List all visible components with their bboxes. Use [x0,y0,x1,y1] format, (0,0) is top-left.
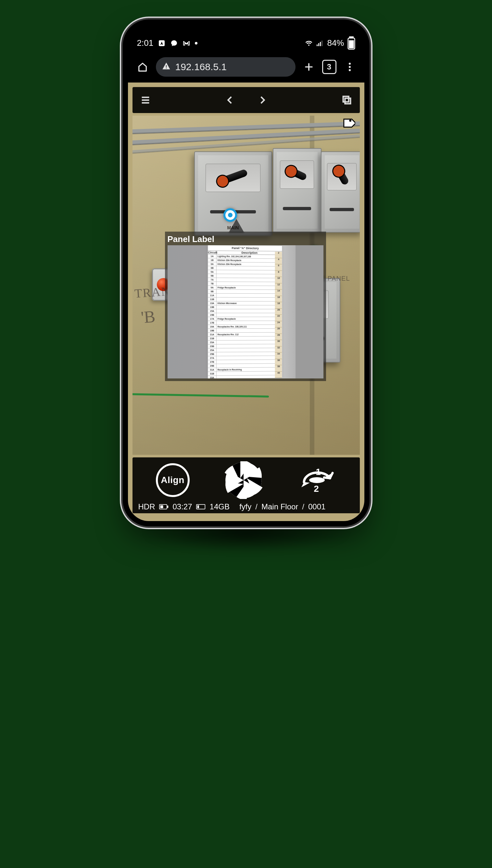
status-row: HDR 03:27 14GB fyfy / Main Floor [138,502,354,511]
svg-point-11 [348,66,350,68]
shot-number: 0001 [308,502,325,511]
sheet-row: 33A [208,375,282,379]
prev-button[interactable] [223,94,237,106]
sheet-row: 5A [208,270,282,274]
wifi-icon [305,39,313,47]
sheet-col-desc: Description [217,251,282,255]
sheet-row: 21B [208,337,282,341]
location-name: Main Floor [262,502,298,511]
sheet-row: 11A [208,294,282,297]
electrical-box-2 [273,148,321,233]
new-tab-button[interactable] [301,59,316,74]
runtime-value: 03:27 [173,502,192,511]
svg-rect-14 [345,98,350,104]
sheet-row: 13B [208,305,282,309]
app-top-toolbar [132,87,360,113]
sheet-title: Panel "A" Directory [208,245,282,251]
panel-directory-sheet: Panel "A" Directory Circuit Description … [208,245,282,379]
shutter-icon [225,461,263,499]
sheet-row: 7B [208,282,282,286]
sheet-row: 5B [208,274,282,278]
svg-point-10 [348,63,350,65]
svg-rect-1 [317,45,318,46]
url-text: 192.168.5.1 [175,62,227,72]
hdr-indicator: HDR [138,502,155,511]
storage-mini-icon [196,504,206,510]
sheet-row: 19B [208,329,282,333]
more-notif-icon [195,42,197,45]
shutter-button[interactable] [225,461,263,499]
sheet-row: 21AReceptacles Rm. 112 [208,333,282,337]
switch-lens-button[interactable]: 1 2 [297,464,337,497]
storage-value: 14GB [210,502,229,511]
svg-point-15 [349,120,351,122]
popup-title: Panel Label [168,234,215,244]
signal-icon [316,39,324,47]
tag-button[interactable] [340,116,360,135]
tabs-button[interactable]: 3 [322,60,337,74]
svg-rect-7 [349,40,354,48]
svg-rect-2 [318,43,319,46]
svg-text:2: 2 [314,484,319,494]
electrical-box-3 [321,151,360,233]
project-name: fyfy [239,502,251,511]
app-viewport: MAIN TRANSF 'B HOUSE PANEL [128,82,364,521]
sheet-col-circuit: Circuit [208,251,217,254]
sheet-row: 15B [208,313,282,317]
sheet-row: 17B [208,321,282,325]
home-button[interactable] [135,59,150,74]
battery-mini-icon [159,504,169,510]
svg-point-20 [309,477,325,483]
sheet-row: 15A [208,309,282,313]
svg-rect-27 [197,505,199,508]
camera-preview[interactable]: MAIN TRANSF 'B HOUSE PANEL [132,116,360,455]
hotspot-popup[interactable]: Panel Label Panel "A" Directory Circuit … [165,232,326,381]
svg-rect-9 [166,68,166,68]
status-time: 2:01 [137,38,154,48]
android-status-bar: 2:01 [128,25,364,51]
wall-writing-2: 'B [140,307,155,327]
sheet-row: 17AFridge Receptacle [208,317,282,321]
svg-text:1: 1 [316,467,321,477]
sheet-row: 9AFridge Receptacle [208,286,282,290]
browser-menu-button[interactable] [342,59,357,74]
sheet-row: 23B [208,344,282,348]
app-notif-1-icon [158,39,166,47]
copy-button[interactable] [340,94,353,106]
sep-1: / [255,502,257,511]
sheet-row: 11B [208,297,282,302]
svg-rect-4 [321,41,322,46]
switch-lens-icon: 1 2 [297,464,337,497]
popup-pointer [229,219,244,233]
svg-rect-8 [166,65,166,67]
svg-rect-13 [343,96,348,102]
phone-frame: 2:01 [123,20,370,526]
next-button[interactable] [256,94,269,106]
battery-icon [347,39,355,47]
sheet-row: 23A [208,340,282,345]
browser-toolbar: 192.168.5.1 3 [128,51,364,82]
site-warning-icon [162,62,171,73]
svg-rect-24 [167,505,168,508]
battery-pct: 84% [327,38,344,48]
popup-image: Panel "A" Directory Circuit Description … [168,245,323,379]
url-bar[interactable]: 192.168.5.1 [156,57,296,77]
menu-button[interactable] [139,94,152,106]
chat-notif-icon [170,39,178,47]
align-button[interactable]: Align [156,463,190,497]
gmail-notif-icon [182,39,190,47]
sep-2: / [302,502,304,511]
tabs-count: 3 [327,63,331,71]
align-label: Align [161,475,184,485]
svg-point-12 [348,69,350,71]
sheet-row: 13AKitchen Microwave [208,302,282,305]
sheet-row: 19AReceptacles Rm. 108,109,111 [208,325,282,329]
app-bottom-bar: Align [132,457,360,513]
sheet-row: 9B [208,290,282,294]
svg-rect-25 [160,505,163,508]
svg-rect-3 [320,42,321,46]
phone-screen: 2:01 [128,25,364,521]
sheet-row: 7A [208,278,282,282]
